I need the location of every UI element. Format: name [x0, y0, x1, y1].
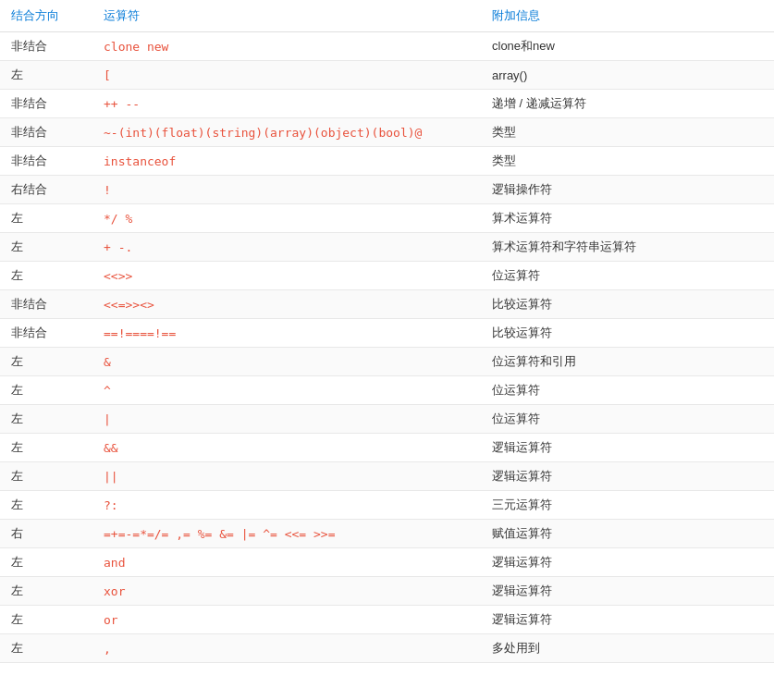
cell-operator: and	[92, 548, 481, 577]
header-info: 附加信息	[481, 0, 774, 32]
cell-assoc: 左	[0, 462, 92, 491]
table-row: 非结合instanceof类型	[0, 147, 774, 176]
cell-assoc: 右结合	[0, 176, 92, 204]
cell-assoc: 非结合	[0, 290, 92, 319]
table-row: 左xor逻辑运算符	[0, 577, 774, 606]
cell-operator: ==!====!==	[92, 319, 481, 348]
cell-info: 三元运算符	[481, 491, 774, 520]
cell-info: 递增 / 递减运算符	[481, 90, 774, 118]
table-row: 非结合==!====!==比较运算符	[0, 319, 774, 348]
header-operator: 运算符	[92, 0, 481, 32]
cell-operator: &&	[92, 434, 481, 462]
cell-assoc: 左	[0, 61, 92, 90]
cell-operator: clone new	[92, 32, 481, 61]
cell-info: 类型	[481, 118, 774, 147]
table-row: 左[array()	[0, 61, 774, 90]
table-row: 非结合<<=>><>比较运算符	[0, 290, 774, 319]
cell-assoc: 左	[0, 405, 92, 434]
cell-operator: ^	[92, 376, 481, 405]
cell-info: 逻辑运算符	[481, 462, 774, 491]
cell-operator: =+=-=*=/= ,= %= &= |= ^= <<= >>=	[92, 520, 481, 548]
operator-table: 结合方向 运算符 附加信息 非结合clone newclone和new左[arr…	[0, 0, 774, 663]
table-row: 左+ -.算术运算符和字符串运算符	[0, 233, 774, 262]
cell-assoc: 左	[0, 491, 92, 520]
cell-assoc: 非结合	[0, 147, 92, 176]
cell-operator: &	[92, 348, 481, 376]
cell-assoc: 左	[0, 262, 92, 290]
header-assoc: 结合方向	[0, 0, 92, 32]
table-row: 左|位运算符	[0, 405, 774, 434]
cell-info: 位运算符和引用	[481, 348, 774, 376]
table-row: 左and逻辑运算符	[0, 548, 774, 577]
table-row: 左<<>>位运算符	[0, 262, 774, 290]
cell-operator: + -.	[92, 233, 481, 262]
table-row: 左||逻辑运算符	[0, 462, 774, 491]
table-header-row: 结合方向 运算符 附加信息	[0, 0, 774, 32]
table-row: 非结合clone newclone和new	[0, 32, 774, 61]
table-row: 非结合~-(int)(float)(string)(array)(object)…	[0, 118, 774, 147]
cell-operator: ?:	[92, 491, 481, 520]
table-row: 右结合!逻辑操作符	[0, 176, 774, 204]
cell-operator: <<>>	[92, 262, 481, 290]
cell-operator: instanceof	[92, 147, 481, 176]
cell-assoc: 左	[0, 548, 92, 577]
table-row: 左?:三元运算符	[0, 491, 774, 520]
table-row: 左,多处用到	[0, 634, 774, 663]
cell-info: 逻辑运算符	[481, 434, 774, 462]
cell-info: 位运算符	[481, 262, 774, 290]
cell-info: 比较运算符	[481, 290, 774, 319]
cell-assoc: 左	[0, 376, 92, 405]
cell-info: array()	[481, 61, 774, 90]
cell-assoc: 右	[0, 520, 92, 548]
cell-info: 比较运算符	[481, 319, 774, 348]
cell-info: 算术运算符	[481, 204, 774, 233]
cell-operator: xor	[92, 577, 481, 606]
table-row: 左or逻辑运算符	[0, 606, 774, 634]
table-row: 左&位运算符和引用	[0, 348, 774, 376]
cell-operator: ++ --	[92, 90, 481, 118]
cell-assoc: 左	[0, 434, 92, 462]
cell-info: 逻辑操作符	[481, 176, 774, 204]
cell-assoc: 左	[0, 634, 92, 663]
table-row: 左^位运算符	[0, 376, 774, 405]
cell-assoc: 左	[0, 606, 92, 634]
cell-operator: <<=>><>	[92, 290, 481, 319]
cell-info: 逻辑运算符	[481, 577, 774, 606]
cell-info: clone和new	[481, 32, 774, 61]
cell-operator: or	[92, 606, 481, 634]
table-row: 非结合++ --递增 / 递减运算符	[0, 90, 774, 118]
cell-info: 逻辑运算符	[481, 548, 774, 577]
cell-info: 赋值运算符	[481, 520, 774, 548]
cell-operator: ,	[92, 634, 481, 663]
cell-operator: ~-(int)(float)(string)(array)(object)(bo…	[92, 118, 481, 147]
cell-assoc: 非结合	[0, 90, 92, 118]
cell-assoc: 左	[0, 577, 92, 606]
cell-operator: */ %	[92, 204, 481, 233]
cell-info: 算术运算符和字符串运算符	[481, 233, 774, 262]
cell-operator: !	[92, 176, 481, 204]
cell-assoc: 非结合	[0, 32, 92, 61]
cell-info: 类型	[481, 147, 774, 176]
cell-info: 位运算符	[481, 376, 774, 405]
cell-operator: ||	[92, 462, 481, 491]
cell-operator: [	[92, 61, 481, 90]
cell-assoc: 左	[0, 204, 92, 233]
cell-assoc: 左	[0, 348, 92, 376]
cell-operator: |	[92, 405, 481, 434]
cell-assoc: 非结合	[0, 118, 92, 147]
table-row: 左*/ %算术运算符	[0, 204, 774, 233]
cell-info: 位运算符	[481, 405, 774, 434]
cell-assoc: 非结合	[0, 319, 92, 348]
cell-assoc: 左	[0, 233, 92, 262]
cell-info: 多处用到	[481, 634, 774, 663]
table-row: 右=+=-=*=/= ,= %= &= |= ^= <<= >>=赋值运算符	[0, 520, 774, 548]
table-row: 左&&逻辑运算符	[0, 434, 774, 462]
cell-info: 逻辑运算符	[481, 606, 774, 634]
